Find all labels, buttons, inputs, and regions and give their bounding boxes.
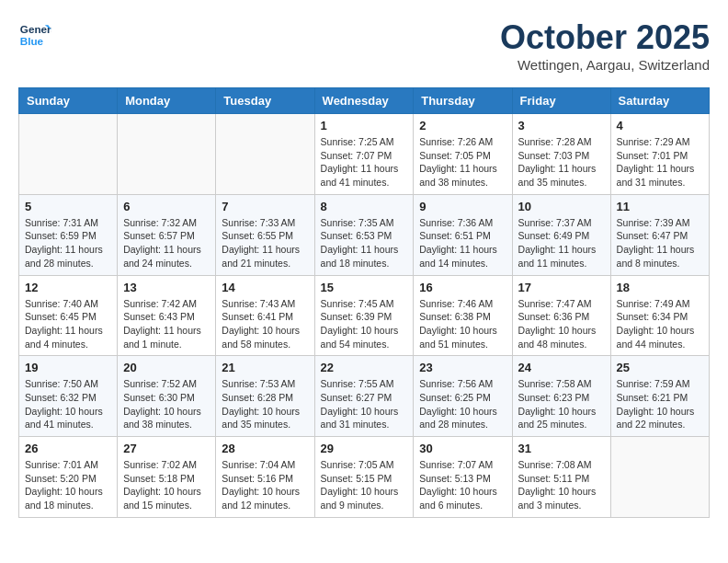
calendar-table: SundayMondayTuesdayWednesdayThursdayFrid… [18, 87, 710, 518]
calendar-cell: 12Sunrise: 7:40 AM Sunset: 6:45 PM Dayli… [19, 275, 118, 356]
calendar-cell: 31Sunrise: 7:08 AM Sunset: 5:11 PM Dayli… [512, 437, 610, 518]
day-number: 26 [25, 442, 111, 455]
calendar-cell: 24Sunrise: 7:58 AM Sunset: 6:23 PM Dayli… [512, 356, 610, 437]
cell-info: Sunrise: 7:42 AM Sunset: 6:43 PM Dayligh… [123, 297, 210, 351]
cell-info: Sunrise: 7:05 AM Sunset: 5:15 PM Dayligh… [321, 458, 408, 512]
calendar-cell: 19Sunrise: 7:50 AM Sunset: 6:32 PM Dayli… [19, 356, 118, 437]
calendar-cell: 17Sunrise: 7:47 AM Sunset: 6:36 PM Dayli… [512, 275, 610, 356]
cell-info: Sunrise: 7:08 AM Sunset: 5:11 PM Dayligh… [518, 458, 605, 512]
cell-info: Sunrise: 7:25 AM Sunset: 7:07 PM Dayligh… [321, 135, 408, 190]
day-number: 23 [419, 361, 506, 374]
day-number: 3 [518, 119, 605, 132]
cell-info: Sunrise: 7:31 AM Sunset: 6:59 PM Dayligh… [25, 216, 111, 270]
cell-info: Sunrise: 7:01 AM Sunset: 5:20 PM Dayligh… [25, 458, 111, 512]
day-number: 17 [518, 281, 605, 294]
calendar-cell: 27Sunrise: 7:02 AM Sunset: 5:18 PM Dayli… [118, 437, 216, 518]
day-number: 5 [25, 200, 111, 213]
calendar-cell [610, 437, 709, 518]
calendar-cell: 15Sunrise: 7:45 AM Sunset: 6:39 PM Dayli… [314, 275, 414, 356]
day-number: 20 [123, 361, 210, 374]
calendar-cell: 6Sunrise: 7:32 AM Sunset: 6:57 PM Daylig… [118, 194, 216, 275]
cell-info: Sunrise: 7:46 AM Sunset: 6:38 PM Dayligh… [419, 297, 506, 351]
cell-info: Sunrise: 7:28 AM Sunset: 7:03 PM Dayligh… [518, 135, 605, 190]
calendar-cell: 9Sunrise: 7:36 AM Sunset: 6:51 PM Daylig… [414, 194, 512, 275]
title-section: October 2025 Wettingen, Aargau, Switzerl… [500, 18, 710, 73]
cell-info: Sunrise: 7:53 AM Sunset: 6:28 PM Dayligh… [222, 377, 308, 431]
day-number: 9 [419, 200, 506, 213]
day-number: 21 [222, 361, 308, 374]
day-number: 29 [321, 442, 408, 455]
day-number: 24 [518, 361, 605, 374]
day-number: 28 [222, 442, 308, 455]
cell-info: Sunrise: 7:50 AM Sunset: 6:32 PM Dayligh… [25, 377, 111, 431]
weekday-header-sunday: Sunday [19, 88, 118, 114]
calendar-cell: 7Sunrise: 7:33 AM Sunset: 6:55 PM Daylig… [216, 194, 314, 275]
svg-text:Blue: Blue [20, 35, 44, 47]
calendar-cell: 4Sunrise: 7:29 AM Sunset: 7:01 PM Daylig… [610, 114, 709, 195]
day-number: 12 [25, 281, 111, 294]
day-number: 11 [617, 200, 703, 213]
day-number: 18 [617, 281, 703, 294]
weekday-header-row: SundayMondayTuesdayWednesdayThursdayFrid… [19, 88, 710, 114]
calendar-week-3: 12Sunrise: 7:40 AM Sunset: 6:45 PM Dayli… [19, 275, 710, 356]
weekday-header-friday: Friday [512, 88, 610, 114]
cell-info: Sunrise: 7:39 AM Sunset: 6:47 PM Dayligh… [617, 216, 703, 270]
cell-info: Sunrise: 7:59 AM Sunset: 6:21 PM Dayligh… [617, 377, 703, 431]
weekday-header-monday: Monday [118, 88, 216, 114]
calendar-cell: 18Sunrise: 7:49 AM Sunset: 6:34 PM Dayli… [610, 275, 709, 356]
day-number: 22 [321, 361, 408, 374]
calendar-cell: 20Sunrise: 7:52 AM Sunset: 6:30 PM Dayli… [118, 356, 216, 437]
cell-info: Sunrise: 7:35 AM Sunset: 6:53 PM Dayligh… [321, 216, 408, 270]
calendar-cell: 10Sunrise: 7:37 AM Sunset: 6:49 PM Dayli… [512, 194, 610, 275]
cell-info: Sunrise: 7:37 AM Sunset: 6:49 PM Dayligh… [518, 216, 605, 270]
calendar-cell: 14Sunrise: 7:43 AM Sunset: 6:41 PM Dayli… [216, 275, 314, 356]
calendar-cell: 2Sunrise: 7:26 AM Sunset: 7:05 PM Daylig… [414, 114, 512, 195]
calendar-week-1: 1Sunrise: 7:25 AM Sunset: 7:07 PM Daylig… [19, 114, 710, 195]
month-title: October 2025 [500, 18, 710, 57]
day-number: 30 [419, 442, 506, 455]
calendar-cell: 11Sunrise: 7:39 AM Sunset: 6:47 PM Dayli… [610, 194, 709, 275]
calendar-cell: 5Sunrise: 7:31 AM Sunset: 6:59 PM Daylig… [19, 194, 118, 275]
calendar-cell: 16Sunrise: 7:46 AM Sunset: 6:38 PM Dayli… [414, 275, 512, 356]
cell-info: Sunrise: 7:32 AM Sunset: 6:57 PM Dayligh… [123, 216, 210, 270]
calendar-cell: 21Sunrise: 7:53 AM Sunset: 6:28 PM Dayli… [216, 356, 314, 437]
day-number: 16 [419, 281, 506, 294]
day-number: 13 [123, 281, 210, 294]
logo: General Blue [18, 18, 51, 52]
cell-info: Sunrise: 7:02 AM Sunset: 5:18 PM Dayligh… [123, 458, 210, 512]
weekday-header-thursday: Thursday [414, 88, 512, 114]
cell-info: Sunrise: 7:58 AM Sunset: 6:23 PM Dayligh… [518, 377, 605, 431]
cell-info: Sunrise: 7:56 AM Sunset: 6:25 PM Dayligh… [419, 377, 506, 431]
calendar-cell: 25Sunrise: 7:59 AM Sunset: 6:21 PM Dayli… [610, 356, 709, 437]
calendar-cell: 30Sunrise: 7:07 AM Sunset: 5:13 PM Dayli… [414, 437, 512, 518]
weekday-header-wednesday: Wednesday [314, 88, 414, 114]
cell-info: Sunrise: 7:40 AM Sunset: 6:45 PM Dayligh… [25, 297, 111, 351]
cell-info: Sunrise: 7:33 AM Sunset: 6:55 PM Dayligh… [222, 216, 308, 270]
location: Wettingen, Aargau, Switzerland [500, 57, 710, 73]
calendar-cell: 13Sunrise: 7:42 AM Sunset: 6:43 PM Dayli… [118, 275, 216, 356]
cell-info: Sunrise: 7:45 AM Sunset: 6:39 PM Dayligh… [321, 297, 408, 351]
calendar-week-5: 26Sunrise: 7:01 AM Sunset: 5:20 PM Dayli… [19, 437, 710, 518]
logo-icon: General Blue [18, 18, 51, 52]
day-number: 8 [321, 200, 408, 213]
weekday-header-tuesday: Tuesday [216, 88, 314, 114]
calendar-cell [118, 114, 216, 195]
calendar-cell: 22Sunrise: 7:55 AM Sunset: 6:27 PM Dayli… [314, 356, 414, 437]
cell-info: Sunrise: 7:55 AM Sunset: 6:27 PM Dayligh… [321, 377, 408, 431]
day-number: 7 [222, 200, 308, 213]
calendar-cell [216, 114, 314, 195]
calendar-cell: 26Sunrise: 7:01 AM Sunset: 5:20 PM Dayli… [19, 437, 118, 518]
day-number: 14 [222, 281, 308, 294]
day-number: 4 [617, 119, 703, 132]
cell-info: Sunrise: 7:07 AM Sunset: 5:13 PM Dayligh… [419, 458, 506, 512]
day-number: 2 [419, 119, 506, 132]
calendar-cell [19, 114, 118, 195]
page-header: General Blue October 2025 Wettingen, Aar… [18, 18, 710, 73]
calendar-week-4: 19Sunrise: 7:50 AM Sunset: 6:32 PM Dayli… [19, 356, 710, 437]
cell-info: Sunrise: 7:52 AM Sunset: 6:30 PM Dayligh… [123, 377, 210, 431]
day-number: 19 [25, 361, 111, 374]
cell-info: Sunrise: 7:04 AM Sunset: 5:16 PM Dayligh… [222, 458, 308, 512]
calendar-week-2: 5Sunrise: 7:31 AM Sunset: 6:59 PM Daylig… [19, 194, 710, 275]
cell-info: Sunrise: 7:47 AM Sunset: 6:36 PM Dayligh… [518, 297, 605, 351]
day-number: 25 [617, 361, 703, 374]
